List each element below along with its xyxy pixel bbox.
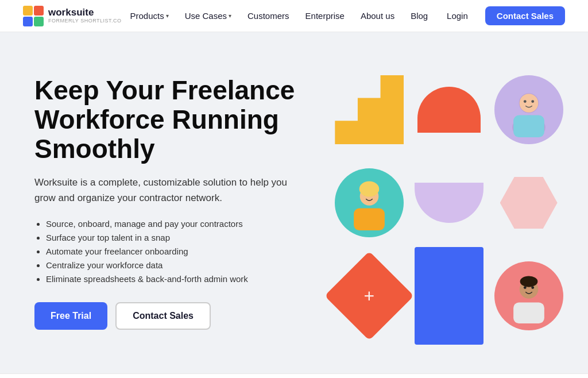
logo[interactable]: worksuite formerly shortlist.co [23,6,122,26]
contact-sales-hero-button[interactable]: Contact Sales [115,302,211,330]
nav-item-products[interactable]: Products ▾ [123,7,175,24]
contact-sales-button[interactable]: Contact Sales [485,6,565,25]
hero-content: Keep Your Freelance Workforce Running Sm… [34,76,310,329]
shape-staircase [335,75,404,144]
list-item: Source, onboard, manage and pay your con… [46,219,310,229]
nav-item-blog[interactable]: Blog [404,7,435,24]
person-photo-1 [494,75,563,144]
list-item: Surface your top talent in a snap [46,233,310,242]
logo-text: worksuite formerly shortlist.co [48,7,122,24]
shape-blue-rectangle [415,247,483,345]
list-item: Eliminate spreadsheets & back-and-forth … [46,274,310,284]
nav-right: Login Contact Sales [436,6,565,25]
svg-point-3 [524,100,527,103]
hero-section: Keep Your Freelance Workforce Running Sm… [0,32,588,373]
shape-orange-arch [417,87,481,133]
hero-description: Worksuite is a complete, customizable so… [34,175,310,206]
plus-icon: + [364,286,375,307]
shape-lavender-bowl [415,183,483,223]
nav-item-customers[interactable]: Customers [241,7,296,24]
logo-name: worksuite [48,7,122,18]
svg-point-4 [531,100,534,103]
bottom-banner: 350,000+ users and the world's top brand… [0,373,588,378]
list-item: Centralize your workforce data [46,260,310,270]
shape-orange-diamond: + [338,264,401,327]
nav-item-use-cases[interactable]: Use Cases ▾ [178,7,238,24]
hero-bullets: Source, onboard, manage and pay your con… [34,219,310,284]
logo-subtitle: formerly shortlist.co [48,18,122,24]
hero-title: Keep Your Freelance Workforce Running Sm… [34,76,310,163]
free-trial-button[interactable]: Free Trial [34,302,107,330]
svg-point-2 [519,94,538,113]
logo-icon [23,6,44,26]
svg-rect-5 [513,115,544,137]
hero-graphic: + [333,67,565,339]
login-button[interactable]: Login [436,6,478,25]
nav-links: Products ▾ Use Cases ▾ Customers Enterpr… [123,7,435,24]
nav-item-enterprise[interactable]: Enterprise [299,7,351,24]
hero-ctas: Free Trial Contact Sales [34,302,310,330]
svg-point-14 [520,276,537,287]
list-item: Automate your freelancer onboarding [46,246,310,256]
person-photo-3 [494,261,563,330]
svg-point-9 [359,182,380,197]
navbar: worksuite formerly shortlist.co Products… [0,0,588,32]
nav-item-about[interactable]: About us [354,7,401,24]
svg-rect-10 [354,209,385,230]
chevron-down-icon: ▾ [166,13,169,19]
shape-pink-hexagon [500,177,558,229]
chevron-down-icon: ▾ [229,13,231,19]
person-photo-2 [335,168,404,237]
svg-rect-15 [513,303,544,323]
